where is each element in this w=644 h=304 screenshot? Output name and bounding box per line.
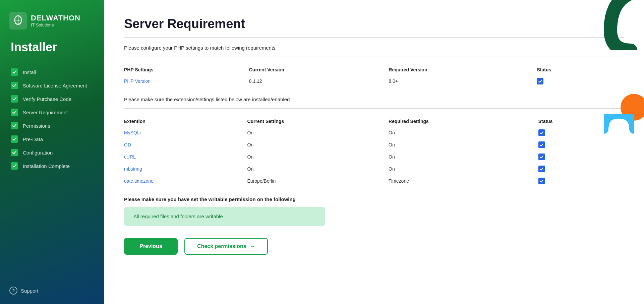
ext-current: On xyxy=(247,127,389,139)
sidebar-nav-item[interactable]: Installation Complete xyxy=(9,160,95,172)
php-table: PHP SettingsCurrent VersionRequired Vers… xyxy=(124,64,624,87)
ext-status xyxy=(538,127,624,139)
table-row: cURL On On xyxy=(124,151,624,163)
ext-status xyxy=(538,151,624,163)
php-status xyxy=(537,75,624,87)
deco-orange xyxy=(621,94,644,121)
ext-current: On xyxy=(247,163,389,175)
sidebar-nav-item[interactable]: Permissions xyxy=(9,120,95,131)
writable-box: All required files and folders are writa… xyxy=(124,207,325,226)
ext-name: cURL xyxy=(124,151,247,163)
nav-item-label: Software License Agreement xyxy=(23,83,87,88)
nav-item-label: Configuration xyxy=(23,150,53,156)
nav-check-icon xyxy=(11,149,18,156)
check-permissions-button[interactable]: Check permissions → xyxy=(184,238,268,255)
nav-check-icon xyxy=(11,122,18,129)
ext-status xyxy=(538,163,624,175)
table-row: MySQLi On On xyxy=(124,127,624,139)
action-buttons: Previous Check permissions → xyxy=(124,238,624,255)
brand-sub: IT Solutions xyxy=(31,22,80,28)
nav-item-label: Server Requirement xyxy=(23,110,68,115)
ext-status xyxy=(538,139,624,151)
brand-name: DELWATHON xyxy=(31,14,80,22)
php-required: 8.0+ xyxy=(389,75,537,87)
ext-current: On xyxy=(247,151,389,163)
table-row: PHP Version 8.1.12 8.0+ xyxy=(124,75,624,87)
previous-button[interactable]: Previous xyxy=(124,238,178,255)
php-table-header-row: PHP SettingsCurrent VersionRequired Vers… xyxy=(124,64,624,75)
logo-text: DELWATHON IT Solutions xyxy=(31,14,80,28)
php-current: 8.1.12 xyxy=(249,75,389,87)
ext-required: On xyxy=(389,127,538,139)
nav-check-icon xyxy=(11,95,18,103)
php-setting: PHP Version xyxy=(124,75,249,87)
nav-item-label: Permissions xyxy=(23,123,50,129)
ext-desc: Please make sure the extension/settings … xyxy=(124,97,624,102)
php-table-header: Current Version xyxy=(249,64,389,75)
sidebar-nav-item[interactable]: Server Requirement xyxy=(9,107,95,118)
ext-required: On xyxy=(389,139,538,151)
ext-name: mbstring xyxy=(124,163,247,175)
nav-check-icon xyxy=(11,82,18,89)
writable-msg: All required files and folders are writa… xyxy=(133,214,223,219)
logo-icon xyxy=(9,12,27,29)
php-table-section: PHP SettingsCurrent VersionRequired Vers… xyxy=(124,64,624,87)
sidebar-nav-item[interactable]: Verify Purchase Code xyxy=(9,93,95,105)
ext-current: On xyxy=(247,139,389,151)
ext-status xyxy=(538,175,624,187)
divider-1 xyxy=(124,37,624,38)
page-title: Server Requirement xyxy=(124,17,624,31)
ext-required: On xyxy=(389,163,538,175)
main-content: Server Requirement Please configure your… xyxy=(104,0,644,304)
status-checkbox xyxy=(538,166,545,172)
nav-check-icon xyxy=(11,162,18,170)
divider-2 xyxy=(124,57,624,57)
support-icon: ? xyxy=(9,287,17,295)
ext-required: On xyxy=(389,151,538,163)
sidebar-nav-item[interactable]: Pre-Data xyxy=(9,133,95,145)
ext-table-section: ExtentionCurrent SettingsRequired Settin… xyxy=(124,116,624,187)
ext-table-header: Status xyxy=(538,116,624,127)
ext-name: date.timezone xyxy=(124,175,247,187)
php-table-body: PHP Version 8.1.12 8.0+ xyxy=(124,75,624,87)
nav-item-label: Installation Complete xyxy=(23,163,70,169)
nav-item-label: Pre-Data xyxy=(23,136,43,142)
status-checkbox xyxy=(538,141,545,148)
php-desc: Please configure your PHP settings to ma… xyxy=(124,45,624,51)
ext-table-header-row: ExtentionCurrent SettingsRequired Settin… xyxy=(124,116,624,127)
status-checkbox xyxy=(538,178,545,184)
ext-name: MySQLi xyxy=(124,127,247,139)
table-row: date.timezone Europe/Berlin Timezone xyxy=(124,175,624,187)
sidebar: DELWATHON IT Solutions Installer Install… xyxy=(0,0,104,304)
nav-check-icon xyxy=(11,135,18,143)
divider-3 xyxy=(124,108,624,109)
status-checkbox xyxy=(538,129,545,136)
arrow-icon: → xyxy=(250,243,255,249)
sidebar-title: Installer xyxy=(11,40,95,54)
ext-table-header: Extention xyxy=(124,116,247,127)
nav-item-label: Install xyxy=(23,69,36,75)
ext-table-header: Current Settings xyxy=(247,116,389,127)
sidebar-nav-item[interactable]: Software License Agreement xyxy=(9,80,95,91)
ext-table-header: Required Settings xyxy=(389,116,538,127)
ext-required: Timezone xyxy=(389,175,538,187)
support-link[interactable]: ? Support xyxy=(9,287,95,295)
check-permissions-label: Check permissions xyxy=(197,243,246,249)
status-checkbox xyxy=(538,154,545,160)
sidebar-nav-item[interactable]: Install xyxy=(9,66,95,78)
php-table-header: PHP Settings xyxy=(124,64,249,75)
ext-table: ExtentionCurrent SettingsRequired Settin… xyxy=(124,116,624,187)
nav-check-icon xyxy=(11,68,18,76)
table-row: GD On On xyxy=(124,139,624,151)
status-checkbox xyxy=(537,78,543,84)
ext-current: Europe/Berlin xyxy=(247,175,389,187)
sidebar-nav-item[interactable]: Configuration xyxy=(9,147,95,158)
table-row: mbstring On On xyxy=(124,163,624,175)
php-table-header: Status xyxy=(537,64,624,75)
sidebar-nav: InstallSoftware License AgreementVerify … xyxy=(9,66,95,281)
php-table-header: Required Version xyxy=(389,64,537,75)
logo: DELWATHON IT Solutions xyxy=(9,12,95,29)
ext-table-body: MySQLi On On GD On On cURL On On mbstrin… xyxy=(124,127,624,187)
nav-item-label: Verify Purchase Code xyxy=(23,96,71,102)
nav-check-icon xyxy=(11,109,18,116)
